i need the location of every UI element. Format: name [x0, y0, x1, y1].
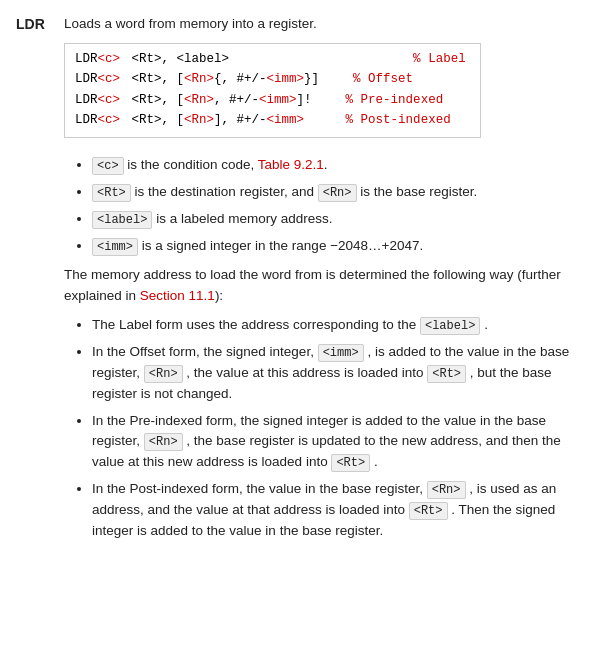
inline-code-rt2: <Rt>: [427, 365, 466, 383]
code-table: LDR<c> <Rt>, <label> % Label LDR<c> <Rt>…: [75, 50, 470, 132]
inline-code-c: <c>: [92, 157, 124, 175]
link-table921[interactable]: Table 9.2.1: [258, 157, 324, 172]
bullets-list-2: The Label form uses the address correspo…: [92, 315, 590, 542]
bullet-imm-item: <imm> is a signed integer in the range −…: [92, 236, 590, 257]
inline-code-rn4: <Rn>: [427, 481, 466, 499]
inline-code-rn2: <Rn>: [144, 365, 183, 383]
inline-code-label: <label>: [92, 211, 152, 229]
bullet-rt-rn-item: <Rt> is the destination register, and <R…: [92, 182, 590, 203]
bullet-label-form-item: The Label form uses the address correspo…: [92, 315, 590, 336]
bullet-preindexed-item: In the Pre-indexed form, the signed inte…: [92, 411, 590, 474]
code-block: LDR<c> <Rt>, <label> % Label LDR<c> <Rt>…: [64, 43, 481, 139]
inline-code-rt3: <Rt>: [331, 454, 370, 472]
ldr-keyword: LDR: [16, 12, 52, 36]
inline-code-rt1: <Rt>: [92, 184, 131, 202]
bullet-offset-form-item: In the Offset form, the signed integer, …: [92, 342, 590, 405]
code-row-post: LDR<c> <Rt>, [<Rn>], #+/-<imm> % Post-in…: [75, 111, 470, 131]
inline-code-imm: <imm>: [92, 238, 138, 256]
bullet-postindexed-item: In the Post-indexed form, the value in t…: [92, 479, 590, 542]
para-intro: The memory address to load the word from…: [64, 265, 590, 307]
code-row-label: LDR<c> <Rt>, <label> % Label: [75, 50, 470, 70]
bullet-c-item: <c> is the condition code, Table 9.2.1.: [92, 155, 590, 176]
inline-code-rn3: <Rn>: [144, 433, 183, 451]
link-section111[interactable]: Section 11.1: [140, 288, 215, 303]
inline-code-label2: <label>: [420, 317, 480, 335]
inline-code-imm2: <imm>: [318, 344, 364, 362]
ldr-desc-text: Loads a word from memory into a register…: [64, 14, 590, 35]
code-row-offset: LDR<c> <Rt>, [<Rn>{, #+/-<imm>}] % Offse…: [75, 70, 470, 90]
inline-code-rt4: <Rt>: [409, 502, 448, 520]
bullets-list-1: <c> is the condition code, Table 9.2.1. …: [92, 155, 590, 257]
ldr-section: LDR Loads a word from memory into a regi…: [16, 12, 590, 550]
bullet-label-item: <label> is a labeled memory address.: [92, 209, 590, 230]
code-row-pre: LDR<c> <Rt>, [<Rn>, #+/-<imm>]! % Pre-in…: [75, 91, 470, 111]
inline-code-rn1: <Rn>: [318, 184, 357, 202]
ldr-description: Loads a word from memory into a register…: [64, 12, 590, 550]
